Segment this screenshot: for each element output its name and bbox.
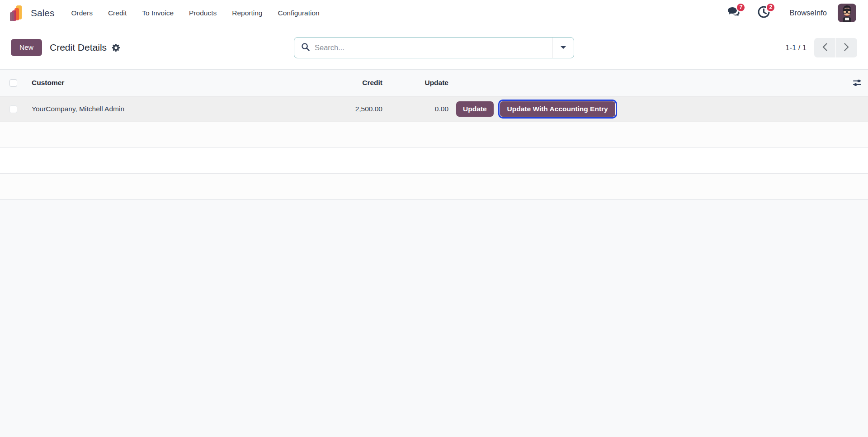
sliders-icon[interactable] [852, 79, 862, 87]
update-button[interactable]: Update [456, 101, 494, 117]
cell-update[interactable]: 0.00 [382, 105, 448, 113]
table-row[interactable]: YourCompany, Mitchell Admin 2,500.00 0.0… [0, 96, 868, 122]
search-input[interactable] [315, 43, 552, 52]
search-icon [301, 43, 310, 53]
update-with-accounting-entry-button[interactable]: Update With Accounting Entry [500, 101, 616, 117]
pager-previous-button[interactable] [814, 38, 835, 57]
pager-counter: 1-1 / 1 [785, 43, 807, 52]
list-header-row: Customer Credit Update [0, 69, 868, 96]
avatar[interactable] [838, 4, 856, 22]
empty-row [0, 174, 868, 200]
column-header-credit[interactable]: Credit [342, 79, 382, 87]
select-all-checkbox[interactable] [9, 79, 17, 87]
menu-item-configuration[interactable]: Configuration [270, 5, 327, 21]
activities-badge: 2 [766, 3, 775, 12]
chevron-left-icon [822, 43, 827, 52]
main-menu: Orders Credit To Invoice Products Report… [64, 5, 327, 21]
pager-next-button[interactable] [836, 38, 857, 57]
cell-customer[interactable]: YourCompany, Mitchell Admin [25, 105, 342, 113]
app-brand[interactable]: Sales [31, 8, 55, 19]
column-header-customer[interactable]: Customer [25, 79, 342, 87]
pager [814, 38, 857, 57]
page-title: Credit Details [50, 42, 107, 53]
sales-app-logo-icon[interactable] [10, 5, 25, 21]
empty-row [0, 122, 868, 148]
menu-item-reporting[interactable]: Reporting [224, 5, 270, 21]
menu-item-orders[interactable]: Orders [64, 5, 100, 21]
new-button[interactable]: New [11, 39, 42, 56]
chevron-down-icon [560, 43, 566, 52]
cell-credit[interactable]: 2,500.00 [342, 105, 382, 113]
control-panel: New Credit Details 1-1 / 1 [0, 26, 868, 69]
user-menu[interactable]: BrowseInfo [789, 9, 827, 17]
search-bar [294, 37, 574, 58]
menu-item-credit[interactable]: Credit [100, 5, 134, 21]
top-navbar: Sales Orders Credit To Invoice Products … [0, 0, 868, 26]
empty-row [0, 148, 868, 174]
menu-item-products[interactable]: Products [181, 5, 224, 21]
search-field[interactable] [294, 38, 552, 58]
menu-item-to-invoice[interactable]: To Invoice [134, 5, 181, 21]
chevron-right-icon [844, 43, 849, 52]
messages-button[interactable]: 7 [726, 5, 741, 21]
search-dropdown-toggle[interactable] [552, 38, 574, 58]
messages-badge: 7 [736, 3, 745, 12]
row-checkbox[interactable] [9, 105, 17, 113]
gear-icon[interactable] [112, 43, 120, 52]
credit-details-list: Customer Credit Update YourCompany, Mitc… [0, 69, 868, 200]
activities-button[interactable]: 2 [756, 5, 771, 21]
column-header-update[interactable]: Update [382, 79, 448, 87]
